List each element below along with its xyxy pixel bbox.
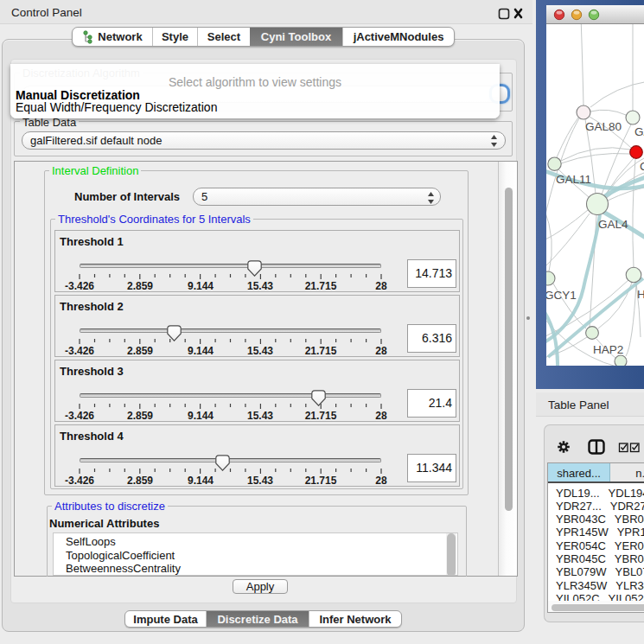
svg-text:C: C [640, 160, 644, 173]
svg-text:H: H [637, 288, 644, 301]
svg-text:GCY1: GCY1 [546, 289, 577, 302]
svg-text:HAP2: HAP2 [593, 343, 623, 356]
svg-text:GA: GA [634, 125, 644, 138]
svg-text:GAL4: GAL4 [598, 218, 628, 231]
svg-text:GAL80: GAL80 [585, 120, 622, 133]
svg-text:GAL11: GAL11 [556, 173, 591, 186]
